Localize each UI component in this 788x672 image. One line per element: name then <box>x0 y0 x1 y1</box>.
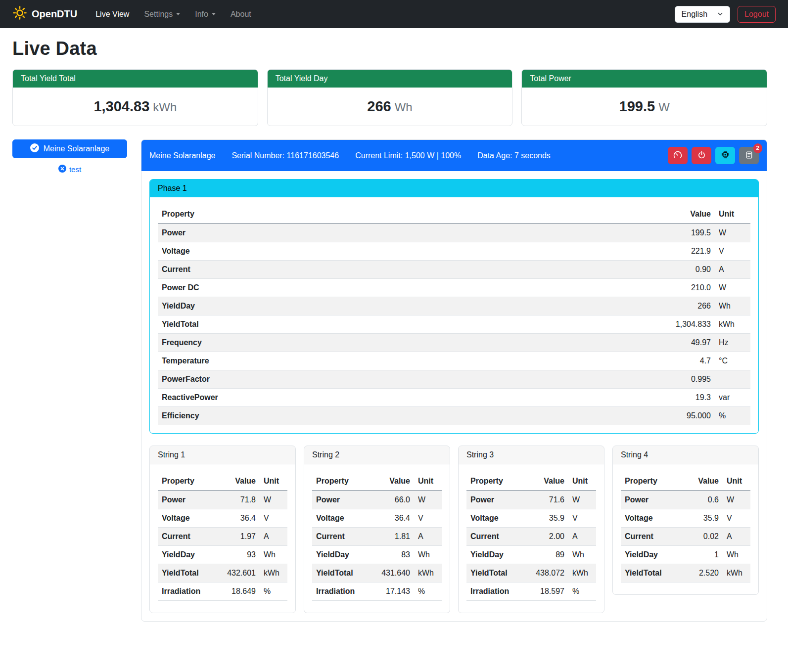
table-row: Voltage35.9V <box>466 509 596 528</box>
row-unit: V <box>414 509 442 528</box>
row-unit: W <box>715 224 750 242</box>
language-select[interactable]: English <box>675 6 730 23</box>
brand[interactable]: OpenDTU <box>12 5 77 23</box>
row-value: 4.7 <box>655 352 715 370</box>
table-row: Irradiation18.597% <box>466 582 596 601</box>
inverter-select-test[interactable]: test <box>12 165 127 174</box>
journal-icon <box>744 150 754 161</box>
row-unit: Wh <box>260 546 287 564</box>
card-body: 199.5W <box>522 88 767 126</box>
row-unit: % <box>715 407 750 425</box>
nav-info[interactable]: Info <box>187 6 223 23</box>
string-title: String 4 <box>613 446 758 464</box>
event-log-button[interactable]: 2 <box>739 147 759 164</box>
row-unit: kWh <box>414 564 442 582</box>
device-info-button[interactable] <box>715 147 735 164</box>
phase-card: Phase 1 Property Value Unit P <box>149 179 759 434</box>
row-unit: % <box>414 582 442 601</box>
string-card-2: String 2 Property Value Unit <box>304 446 450 613</box>
row-value: 71.6 <box>525 491 568 509</box>
row-property: YieldTotal <box>158 564 216 582</box>
phase-title: Phase 1 <box>150 179 758 197</box>
card-body: 1,304.83kWh <box>13 88 258 126</box>
column-header-property: Property <box>621 472 679 491</box>
string-title: String 3 <box>459 446 604 464</box>
limit-settings-button[interactable] <box>668 147 688 164</box>
top-navbar: OpenDTU Live View Settings Info About En… <box>0 0 788 28</box>
row-value: 89 <box>525 546 568 564</box>
row-unit: % <box>260 582 287 601</box>
row-property: Voltage <box>158 509 216 528</box>
row-value: 18.597 <box>525 582 568 601</box>
row-property: YieldTotal <box>158 315 655 334</box>
inverter-select-meine-solaranlage[interactable]: Meine Solaranlage <box>12 139 127 158</box>
column-header-value: Value <box>371 472 414 491</box>
table-row: Power71.8W <box>158 491 287 509</box>
power-button[interactable] <box>692 147 711 164</box>
row-property: YieldDay <box>158 297 655 315</box>
table-row: YieldTotal2.520kWh <box>621 564 750 582</box>
card-value: 199.5 <box>619 98 655 114</box>
card-body: 266Wh <box>268 88 512 126</box>
row-value: 221.9 <box>655 242 715 261</box>
main-area: Meine Solaranlage test Meine Solaranlage… <box>12 139 767 622</box>
row-unit: V <box>260 509 287 528</box>
row-unit: W <box>715 279 750 297</box>
nav-live-view[interactable]: Live View <box>88 6 137 23</box>
table-row: Current2.00A <box>466 528 596 546</box>
summary-cards-row: Total Yield Total 1,304.83kWh Total Yiel… <box>12 69 767 126</box>
row-property: Current <box>466 528 525 546</box>
column-header-value: Value <box>655 205 715 224</box>
table-row: Current0.02A <box>621 528 750 546</box>
logout-button[interactable]: Logout <box>738 6 776 23</box>
row-property: Efficiency <box>158 407 655 425</box>
row-value: 93 <box>216 546 260 564</box>
row-value: 0.995 <box>655 370 715 389</box>
row-property: Current <box>158 528 216 546</box>
row-unit: V <box>723 509 750 528</box>
row-property: Power <box>466 491 525 509</box>
data-age: Data Age: 7 seconds <box>477 151 551 160</box>
row-value: 438.072 <box>525 564 568 582</box>
row-value: 36.4 <box>371 509 414 528</box>
row-unit: Wh <box>723 546 750 564</box>
nav-links: Live View Settings Info About <box>88 6 259 23</box>
row-value: 432.601 <box>216 564 260 582</box>
card-unit: Wh <box>395 100 413 114</box>
chevron-down-icon <box>717 10 723 19</box>
row-unit: Wh <box>715 297 750 315</box>
row-value: 71.8 <box>216 491 260 509</box>
string-title: String 2 <box>304 446 450 464</box>
row-property: YieldDay <box>621 546 679 564</box>
row-value: 2.00 <box>525 528 568 546</box>
row-property: YieldDay <box>158 546 216 564</box>
nav-live-view-label: Live View <box>95 10 129 19</box>
row-unit: A <box>414 528 442 546</box>
row-property: Irradiation <box>466 582 525 601</box>
row-value: 1.97 <box>216 528 260 546</box>
row-property: Voltage <box>466 509 525 528</box>
row-unit: var <box>715 389 750 407</box>
table-row: Current0.90A <box>158 261 750 279</box>
power-icon <box>697 150 706 161</box>
inverter-panel: Meine Solaranlage Serial Number: 1161716… <box>141 139 767 622</box>
chevron-down-icon <box>176 13 180 15</box>
nav-about[interactable]: About <box>223 6 259 23</box>
nav-settings[interactable]: Settings <box>137 6 187 23</box>
inverter-sidebar: Meine Solaranlage test <box>12 139 127 174</box>
card-title: Total Power <box>522 70 767 88</box>
table-row: YieldDay83Wh <box>312 546 442 564</box>
row-value: 1,304.833 <box>655 315 715 334</box>
string-table-body: Power0.6WVoltage35.9VCurrent0.02AYieldDa… <box>621 491 750 582</box>
row-property: YieldTotal <box>466 564 525 582</box>
row-property: Current <box>312 528 371 546</box>
table-row: YieldDay266Wh <box>158 297 750 315</box>
row-property: Temperature <box>158 352 655 370</box>
column-header-value: Value <box>679 472 723 491</box>
language-value: English <box>682 10 707 19</box>
sun-icon <box>12 5 27 23</box>
row-value: 199.5 <box>655 224 715 242</box>
brand-label: OpenDTU <box>32 8 77 20</box>
row-value: 49.97 <box>655 334 715 352</box>
table-row: Power66.0W <box>312 491 442 509</box>
